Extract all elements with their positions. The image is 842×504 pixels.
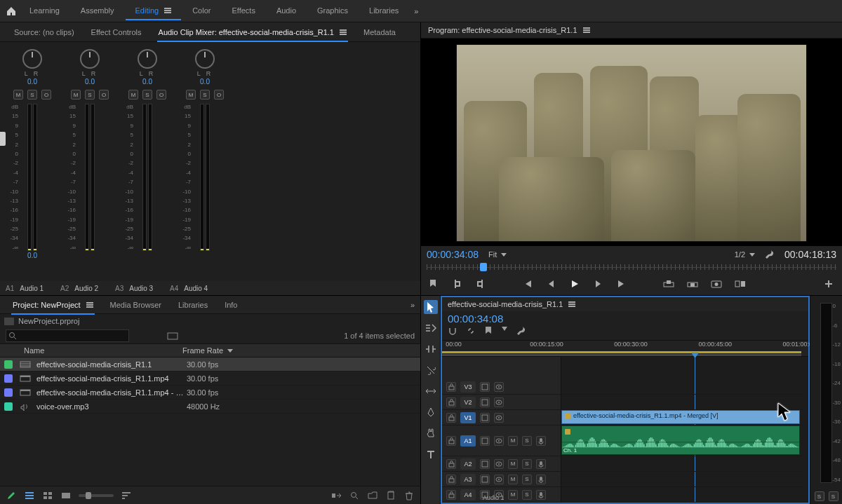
track-head-a2[interactable]: A2 M S (442, 456, 561, 472)
mute-button[interactable]: M (508, 490, 518, 500)
track-tag[interactable]: V3 (460, 381, 476, 393)
export-frame-icon[interactable] (710, 278, 723, 290)
settings-wrench-icon[interactable] (516, 326, 526, 336)
new-bin-icon[interactable] (367, 490, 378, 501)
toggle-output-icon[interactable] (494, 459, 504, 469)
mute-button[interactable]: M (508, 459, 518, 469)
overflow-icon[interactable]: » (414, 7, 418, 15)
tool-ripple-edit[interactable] (424, 342, 438, 356)
step-forward-icon[interactable] (592, 278, 605, 290)
project-item[interactable]: effective-social-media-crisis_R1.1 30.00… (0, 357, 420, 372)
workspace-audio[interactable]: Audio (267, 2, 306, 20)
sequence-menu-icon[interactable] (568, 301, 575, 307)
program-scrub-bar[interactable] (427, 261, 836, 273)
solo-button[interactable]: S (522, 436, 532, 446)
mark-in-icon[interactable] (450, 278, 463, 290)
project-panel-menu-icon[interactable] (86, 302, 93, 308)
label-chip[interactable] (4, 388, 13, 397)
workspace-editing[interactable]: Editing (126, 2, 182, 20)
wrench-icon[interactable] (765, 250, 775, 259)
find-icon[interactable] (349, 490, 360, 501)
zoom-slider[interactable] (79, 494, 114, 497)
lock-icon[interactable] (446, 436, 456, 446)
go-to-in-icon[interactable] (521, 278, 533, 290)
sync-lock-icon[interactable] (480, 436, 490, 446)
lock-icon[interactable] (446, 459, 456, 469)
workspace-libraries[interactable]: Libraries (359, 2, 408, 20)
go-to-out-icon[interactable] (616, 278, 629, 290)
mute-button[interactable]: M (128, 90, 138, 100)
extract-icon[interactable] (686, 278, 699, 290)
pan-value[interactable]: 0.0 (121, 78, 174, 86)
project-item[interactable]: effective-social-media-crisis_R1.1.mp4 -… (0, 386, 420, 400)
workspace-menu-icon[interactable] (164, 8, 171, 13)
voice-record-icon[interactable] (536, 475, 546, 484)
track-tag[interactable]: A3 (460, 474, 476, 485)
voiceover-button[interactable]: O (214, 90, 224, 100)
sync-lock-icon[interactable] (480, 475, 490, 484)
toggle-output-icon[interactable] (494, 475, 504, 484)
tool-razor[interactable] (424, 363, 438, 377)
tab-project[interactable]: Project: NewProject (6, 296, 100, 314)
sync-lock-icon[interactable] (480, 397, 490, 407)
lock-icon[interactable] (446, 413, 456, 423)
list-view-icon[interactable] (24, 490, 35, 501)
audio-lane-a2[interactable] (561, 456, 804, 472)
col-header-framerate[interactable]: Frame Rate (182, 346, 239, 355)
lock-icon[interactable] (446, 382, 456, 392)
new-bin-from-search-icon[interactable] (167, 332, 178, 340)
pan-knob[interactable] (195, 49, 215, 69)
solo-left[interactable]: S (815, 491, 824, 501)
track-tag[interactable]: V2 (460, 397, 476, 408)
mark-out-icon[interactable] (474, 278, 487, 290)
volume-value[interactable]: 0.0 (6, 252, 59, 259)
panel-menu-icon[interactable] (340, 29, 347, 35)
solo-button[interactable]: S (200, 90, 210, 100)
toggle-output-icon[interactable] (494, 413, 504, 423)
video-lane-v1[interactable]: effective-social-media-crisis_R1.1.mp4 -… (561, 410, 804, 425)
voiceover-button[interactable]: O (41, 90, 51, 100)
track-tag[interactable]: A2 (460, 458, 476, 470)
video-lane-v2[interactable] (561, 395, 804, 410)
fader-handle[interactable] (0, 132, 6, 146)
snap-icon[interactable] (448, 326, 457, 336)
pan-knob[interactable] (80, 49, 100, 69)
channel-name[interactable]: Audio 1 (20, 285, 44, 292)
sync-lock-icon[interactable] (480, 382, 490, 392)
channel-name[interactable]: Audio 3 (129, 285, 153, 292)
track-tag[interactable]: A4 (460, 489, 476, 500)
audio-lane-a1[interactable]: Ch. 1 (561, 425, 804, 456)
new-item-icon[interactable] (385, 490, 396, 501)
solo-button[interactable]: S (142, 90, 152, 100)
solo-button[interactable]: S (522, 459, 532, 469)
trash-icon[interactable] (403, 490, 415, 501)
program-video-frame[interactable] (456, 44, 807, 242)
solo-button[interactable]: S (522, 490, 532, 500)
tab-media-browser[interactable]: Media Browser (103, 296, 168, 314)
video-lane-v3[interactable] (561, 379, 804, 395)
sync-lock-icon[interactable] (480, 413, 490, 423)
label-chip[interactable] (4, 402, 13, 411)
track-head-a1[interactable]: A1 M S Audio 1 (442, 425, 561, 456)
tool-track-select[interactable] (424, 321, 438, 335)
button-editor-plus-icon[interactable] (822, 278, 835, 290)
lock-icon[interactable] (446, 475, 456, 484)
timeline-ruler[interactable]: 00:0000:00:15:0000:00:30:0000:00:45:0000… (442, 340, 808, 357)
program-timecode-left[interactable]: 00:00:34:08 (427, 249, 479, 260)
freeform-view-icon[interactable] (60, 490, 72, 501)
lift-icon[interactable] (662, 278, 675, 290)
home-icon[interactable] (6, 6, 17, 16)
toggle-output-icon[interactable] (494, 382, 504, 392)
comparison-icon[interactable] (734, 278, 747, 290)
lock-icon[interactable] (446, 490, 456, 500)
audio-clip[interactable]: Ch. 1 (561, 425, 800, 455)
overflow-icon[interactable]: » (410, 301, 415, 309)
channel-name[interactable]: Audio 2 (74, 285, 98, 292)
icon-view-icon[interactable] (42, 490, 53, 501)
solo-button[interactable]: S (522, 475, 532, 484)
toggle-output-icon[interactable] (494, 397, 504, 407)
voice-record-icon[interactable] (536, 490, 546, 500)
toggle-output-icon[interactable] (494, 436, 504, 446)
track-head-a3[interactable]: A3 M S (442, 472, 561, 487)
voice-record-icon[interactable] (536, 436, 546, 446)
